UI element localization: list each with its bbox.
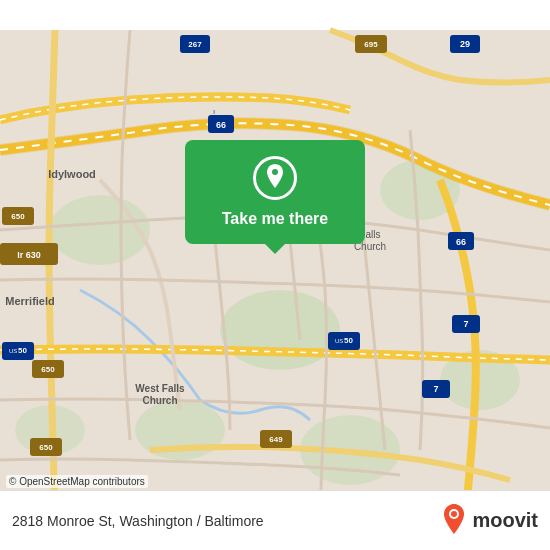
svg-text:66: 66 [456,237,466,247]
svg-text:650: 650 [41,365,55,374]
svg-text:649: 649 [269,435,283,444]
info-bar: 2818 Monroe St, Washington / Baltimore m… [0,490,550,550]
map-background: 66 I 66 66 267 29 695 650 650 650 US 50 … [0,0,550,550]
take-me-there-button[interactable]: Take me there [222,210,328,228]
svg-text:7: 7 [433,384,438,394]
svg-text:50: 50 [344,336,353,345]
map-container: 66 I 66 66 267 29 695 650 650 650 US 50 … [0,0,550,550]
address-text: 2818 Monroe St, Washington / Baltimore [12,513,264,529]
svg-point-1 [220,290,340,370]
svg-text:Idylwood: Idylwood [48,168,96,180]
svg-text:267: 267 [188,40,202,49]
svg-text:50: 50 [18,346,27,355]
svg-text:West Falls: West Falls [135,383,185,394]
svg-point-3 [50,195,150,265]
svg-text:Merrifield: Merrifield [5,295,55,307]
location-pin-icon [263,164,287,192]
popup-card[interactable]: Take me there [185,140,365,244]
svg-text:650: 650 [11,212,25,221]
svg-text:Church: Church [143,395,178,406]
moovit-logo: moovit [440,504,538,538]
osm-credit: © OpenStreetMap contributors [6,475,148,488]
svg-text:650: 650 [39,443,53,452]
svg-point-47 [272,169,278,175]
svg-text:29: 29 [460,39,470,49]
moovit-pin-icon [440,504,468,538]
location-icon-wrap [253,156,297,200]
svg-text:695: 695 [364,40,378,49]
svg-point-49 [451,511,457,517]
moovit-text: moovit [472,509,538,532]
svg-text:66: 66 [216,120,226,130]
svg-text:US: US [335,338,343,344]
svg-text:7: 7 [463,319,468,329]
svg-text:US: US [9,348,17,354]
svg-text:Ir 630: Ir 630 [17,250,41,260]
